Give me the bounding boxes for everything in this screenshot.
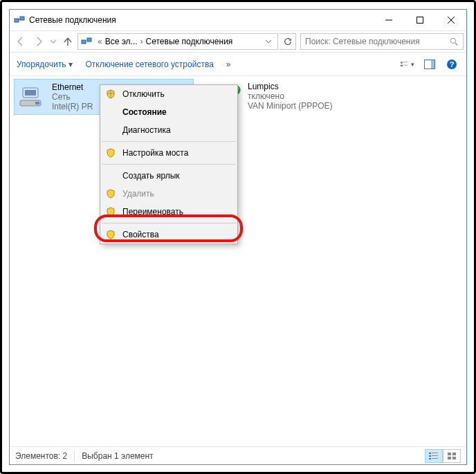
statusbar: Элементов: 2 Выбран 1 элемент <box>10 446 466 464</box>
svg-rect-0 <box>15 19 19 22</box>
ctx-disable[interactable]: Отключить <box>100 85 237 103</box>
connection-device: Intel(R) PR <box>52 102 93 111</box>
breadcrumb[interactable]: Сетевые подключения <box>146 37 233 46</box>
svg-rect-32 <box>452 453 456 455</box>
maximize-button[interactable] <box>404 10 435 30</box>
shield-icon <box>106 89 117 99</box>
svg-rect-7 <box>87 38 91 42</box>
menu-separator <box>102 223 236 224</box>
svg-rect-10 <box>401 62 403 63</box>
ctx-properties[interactable]: Свойства <box>100 226 237 244</box>
status-separator <box>74 450 75 462</box>
ctx-rename[interactable]: Переименовать <box>100 203 237 221</box>
search-placeholder: Поиск: Сетевые подключения <box>305 37 420 46</box>
breadcrumb[interactable]: Все эл... <box>105 37 138 46</box>
window-title: Сетевые подключения <box>29 15 116 25</box>
context-menu: Отключить Состояние Диагностика Настройк… <box>100 84 238 244</box>
svg-rect-33 <box>448 457 451 459</box>
svg-rect-3 <box>416 17 423 24</box>
nav-row: « Все эл... › Сетевые подключения Поиск:… <box>10 30 466 53</box>
ethernet-adapter-icon <box>19 82 46 111</box>
chevron-down-icon: ▾ <box>411 61 414 68</box>
connection-status: тключено <box>248 91 332 101</box>
view-large-icons-button[interactable] <box>443 449 461 463</box>
ctx-delete[interactable]: Удалить <box>100 185 237 203</box>
svg-rect-30 <box>432 458 438 459</box>
breadcrumb-sep: « <box>95 37 105 46</box>
chevron-down-icon: ▾ <box>68 60 73 69</box>
toolbar: Упорядочить ▾ Отключение сетевого устрой… <box>10 53 466 76</box>
svg-text:?: ? <box>450 60 455 69</box>
back-button[interactable] <box>12 33 29 50</box>
organize-menu[interactable]: Упорядочить ▾ <box>17 60 73 69</box>
network-icon <box>81 36 92 47</box>
connection-name: Lumpics <box>248 82 332 91</box>
svg-rect-11 <box>403 62 408 62</box>
svg-rect-21 <box>35 102 39 104</box>
view-details-button[interactable] <box>425 449 443 463</box>
disable-device-button[interactable]: Отключение сетевого устройства <box>85 60 213 69</box>
titlebar: Сетевые подключения <box>10 10 466 30</box>
svg-line-9 <box>455 43 457 45</box>
forward-button[interactable] <box>30 33 47 50</box>
svg-rect-31 <box>448 453 451 455</box>
content-area: Ethernet Сеть Intel(R) PR Lumpics т <box>10 76 466 446</box>
search-input[interactable]: Поиск: Сетевые подключения <box>300 33 464 50</box>
connection-device: VAN Miniport (PPPOE) <box>248 101 332 111</box>
window: Сетевые подключения <box>9 9 467 465</box>
shield-icon <box>106 189 117 199</box>
svg-rect-1 <box>20 17 24 20</box>
svg-rect-27 <box>429 455 431 457</box>
svg-rect-13 <box>403 64 408 65</box>
preview-pane-button[interactable] <box>422 57 437 72</box>
address-bar[interactable]: « Все эл... › Сетевые подключения <box>77 33 278 50</box>
connection-name: Ethernet <box>52 82 93 92</box>
svg-rect-34 <box>452 457 456 459</box>
view-options-button[interactable]: ▾ <box>400 57 415 72</box>
svg-point-8 <box>450 38 455 43</box>
connection-status: Сеть <box>52 92 93 102</box>
search-icon <box>450 37 459 46</box>
ctx-diagnose[interactable]: Диагностика <box>100 121 237 139</box>
chevron-right-icon: › <box>138 37 146 46</box>
ctx-status[interactable]: Состояние <box>100 103 237 121</box>
close-button[interactable] <box>435 10 466 30</box>
address-dropdown[interactable] <box>262 34 275 49</box>
recent-dropdown[interactable] <box>48 33 58 50</box>
shield-icon <box>106 230 117 239</box>
minimize-button[interactable] <box>373 10 404 30</box>
network-icon <box>14 15 25 26</box>
svg-rect-15 <box>431 60 434 69</box>
help-button[interactable]: ? <box>444 57 459 72</box>
svg-rect-25 <box>429 453 431 454</box>
svg-rect-29 <box>429 458 431 459</box>
svg-rect-19 <box>25 90 36 95</box>
svg-rect-12 <box>401 64 403 66</box>
svg-rect-26 <box>432 453 438 453</box>
shield-icon <box>106 207 117 217</box>
status-count: Элементов: 2 <box>15 451 67 461</box>
menu-separator <box>102 164 236 165</box>
svg-rect-6 <box>82 40 86 44</box>
shield-icon <box>106 148 117 158</box>
ctx-bridge[interactable]: Настройка моста <box>100 144 237 162</box>
up-button[interactable] <box>60 33 76 50</box>
svg-rect-28 <box>432 455 438 456</box>
menu-separator <box>102 141 236 142</box>
ctx-shortcut[interactable]: Создать ярлык <box>100 167 237 185</box>
toolbar-overflow[interactable]: » <box>226 60 231 69</box>
refresh-button[interactable] <box>280 33 296 50</box>
status-selected: Выбран 1 элемент <box>82 451 153 461</box>
